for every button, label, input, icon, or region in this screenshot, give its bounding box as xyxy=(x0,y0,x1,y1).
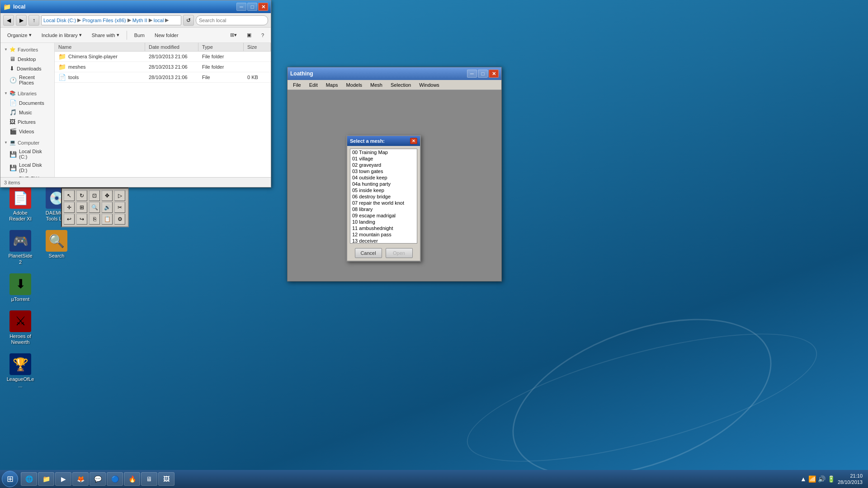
breadcrumb-program-files[interactable]: Program Files (x86) xyxy=(82,18,126,23)
list-item[interactable]: 02 graveyard xyxy=(350,162,417,168)
loathing-maximize[interactable]: □ xyxy=(478,70,488,78)
taskbar-clock[interactable]: 21:10 28/10/2013 xyxy=(838,473,863,486)
list-item[interactable]: 09 escape madrigal xyxy=(350,212,417,219)
list-item[interactable]: 01 village xyxy=(350,155,417,162)
tool-select[interactable]: ↖ xyxy=(64,190,75,201)
nav-item-pictures[interactable]: 🖼 Pictures xyxy=(0,117,54,127)
tool-redo[interactable]: ↪ xyxy=(76,214,87,225)
nav-item-recent-places[interactable]: 🕐 Recent Places xyxy=(0,73,54,87)
table-row[interactable]: 📁 meshes 28/10/2013 21:06 File folder xyxy=(55,62,271,72)
list-item[interactable]: 11 ambushednight xyxy=(350,225,417,231)
desktop-icon-adobe[interactable]: 📄 Adobe Reader XI xyxy=(5,185,36,224)
tool-paste[interactable]: 📋 xyxy=(102,214,113,225)
computer-header[interactable]: ▼ 💻 Computer xyxy=(0,138,54,147)
nav-item-videos[interactable]: 🎬 Videos xyxy=(0,127,54,136)
column-name[interactable]: Name xyxy=(55,43,145,51)
libraries-header[interactable]: ▼ 📚 Libraries xyxy=(0,89,54,98)
tool-delete[interactable]: ✂ xyxy=(114,202,125,213)
desktop-icon-search[interactable]: 🔍 Search xyxy=(41,228,72,267)
table-row[interactable]: 📄 tools 28/10/2013 21:06 File 0 KB xyxy=(55,72,271,83)
tool-cursor[interactable]: ✛ xyxy=(64,202,75,213)
taskbar-flame[interactable]: 🔥 xyxy=(124,472,140,486)
tool-rotate[interactable]: ↻ xyxy=(76,190,87,201)
menu-windows[interactable]: Windows xyxy=(415,81,443,89)
list-item[interactable]: 04 outside keep xyxy=(350,174,417,181)
menu-selection[interactable]: Selection xyxy=(387,81,415,89)
taskbar-monitors[interactable]: 🖥 xyxy=(141,472,157,486)
table-row[interactable]: 📁 Chimera Single-player 28/10/2013 21:06… xyxy=(55,52,271,62)
breadcrumb-local[interactable]: local xyxy=(154,18,164,23)
start-button[interactable]: ⊞ xyxy=(2,471,18,487)
systray-arrow[interactable]: ▲ xyxy=(800,475,807,483)
help-button[interactable]: ? xyxy=(257,29,268,41)
menu-mesh[interactable]: Mesh xyxy=(367,81,386,89)
breadcrumb-bar[interactable]: Local Disk (C:) ▶ Program Files (x86) ▶ … xyxy=(41,15,181,25)
tool-undo[interactable]: ↩ xyxy=(64,214,75,225)
preview-button[interactable]: ▣ xyxy=(243,29,255,41)
back-button[interactable]: ◀ xyxy=(3,15,14,26)
tool-settings[interactable]: ⚙ xyxy=(114,214,125,225)
minimize-button[interactable]: ─ xyxy=(236,3,246,11)
list-item[interactable]: 10 landing xyxy=(350,219,417,225)
nav-item-music[interactable]: 🎵 Music xyxy=(0,108,54,117)
breadcrumb-myth[interactable]: Myth II xyxy=(132,18,147,23)
tool-copy[interactable]: ⎘ xyxy=(89,214,100,225)
nav-item-local-d[interactable]: 💾 Local Disk (D:) xyxy=(0,161,54,174)
tool-zoom[interactable]: 🔍 xyxy=(89,202,100,213)
desktop-icon-hon[interactable]: ⚔ Heroes of Newerth xyxy=(5,309,36,347)
desktop-icon-utorrent[interactable]: ⬇ µTorrent xyxy=(5,272,36,304)
column-date[interactable]: Date modified xyxy=(145,43,198,51)
cancel-button[interactable]: Cancel xyxy=(355,248,382,258)
nav-item-local-c[interactable]: 💾 Local Disk (C:) xyxy=(0,147,54,161)
new-folder-button[interactable]: New folder xyxy=(151,29,183,41)
column-type[interactable]: Type xyxy=(198,43,244,51)
list-item[interactable]: 00 Training Map xyxy=(350,149,417,155)
mesh-listbox[interactable]: 00 Training Map 01 village 02 graveyard … xyxy=(350,149,417,244)
menu-edit[interactable]: Edit xyxy=(306,81,321,89)
up-button[interactable]: ↑ xyxy=(28,15,39,26)
dialog-close-button[interactable]: ✕ xyxy=(410,138,417,144)
taskbar-chrome[interactable]: 🔵 xyxy=(107,472,123,486)
desktop-icon-planetside[interactable]: 🎮 PlanetSide 2 xyxy=(5,228,36,267)
list-item[interactable]: 04a hunting party xyxy=(350,181,417,187)
share-with-button[interactable]: Share with ▾ xyxy=(88,29,123,41)
forward-button[interactable]: ▶ xyxy=(16,15,27,26)
search-input[interactable] xyxy=(196,15,268,25)
tool-volume[interactable]: 🔊 xyxy=(102,202,113,213)
close-button[interactable]: ✕ xyxy=(258,3,268,11)
list-item[interactable]: 08 library xyxy=(350,206,417,212)
breadcrumb-local-disk[interactable]: Local Disk (C:) xyxy=(43,18,76,23)
organize-button[interactable]: Organize ▾ xyxy=(3,29,36,41)
list-item[interactable]: 06 destroy bridge xyxy=(350,193,417,200)
include-in-library-button[interactable]: Include in library ▾ xyxy=(38,29,86,41)
list-item[interactable]: 07 repair the world knot xyxy=(350,200,417,206)
column-size[interactable]: Size xyxy=(244,43,271,51)
list-item[interactable]: 03 town gates xyxy=(350,168,417,174)
loathing-close[interactable]: ✕ xyxy=(489,70,499,78)
loathing-minimize[interactable]: ─ xyxy=(467,70,477,78)
list-item[interactable]: 13 deceiver xyxy=(350,238,417,244)
favorites-header[interactable]: ▼ ⭐ Favorites xyxy=(0,45,54,54)
desktop-icon-league[interactable]: 🏆 LeagueOfLe... xyxy=(5,352,36,390)
burn-button[interactable]: Burn xyxy=(130,29,149,41)
list-item[interactable]: 12 mountain pass xyxy=(350,231,417,238)
taskbar-photoshop[interactable]: 🖼 xyxy=(158,472,175,486)
menu-maps[interactable]: Maps xyxy=(322,81,342,89)
nav-item-downloads[interactable]: ⬇ Downloads xyxy=(0,64,54,73)
tool-scale[interactable]: ⊡ xyxy=(89,190,100,201)
nav-item-documents[interactable]: 📄 Documents xyxy=(0,98,54,108)
menu-models[interactable]: Models xyxy=(343,81,366,89)
nav-item-desktop[interactable]: 🖥 Desktop xyxy=(0,54,54,64)
tool-poly[interactable]: ▷ xyxy=(114,190,125,201)
view-options-button[interactable]: ⊞▾ xyxy=(226,29,241,41)
list-item[interactable]: 05 inside keep xyxy=(350,187,417,193)
open-button[interactable]: Open xyxy=(386,248,413,258)
taskbar-skype[interactable]: 💬 xyxy=(90,472,106,486)
taskbar-firefox[interactable]: 🦊 xyxy=(72,472,89,486)
taskbar-media[interactable]: ▶ xyxy=(55,472,71,486)
tool-grid[interactable]: ⊞ xyxy=(76,202,87,213)
refresh-button[interactable]: ↺ xyxy=(183,15,194,26)
menu-file[interactable]: File xyxy=(289,81,305,89)
maximize-button[interactable]: □ xyxy=(247,3,257,11)
taskbar-explorer[interactable]: 📁 xyxy=(38,472,54,486)
